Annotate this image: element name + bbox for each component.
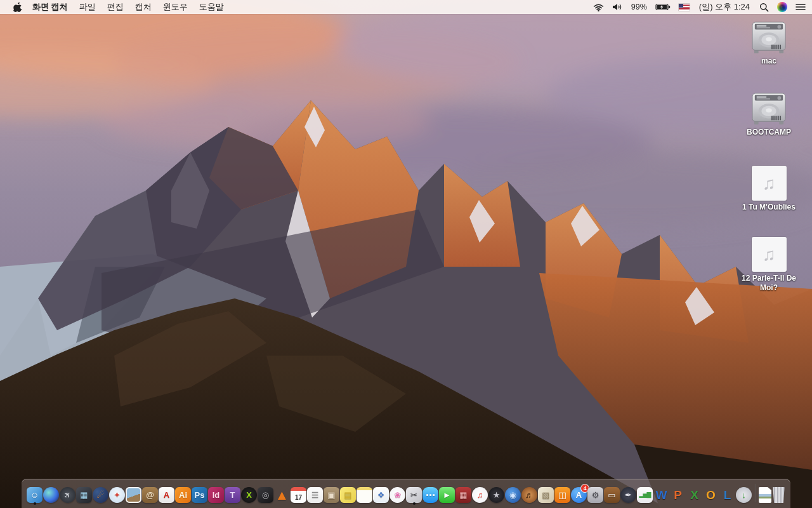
dock-photo-booth[interactable]: ▦ <box>455 487 471 505</box>
dock-disk-tool[interactable]: ◎ <box>258 487 273 505</box>
dock-stuffit-expander[interactable]: ▣ <box>324 487 339 505</box>
dock-preview[interactable] <box>126 487 141 505</box>
dock-imovie[interactable]: ★ <box>488 487 504 505</box>
dock-document-templates[interactable]: ❖ <box>373 487 389 505</box>
disk-tool-icon: ◎ <box>258 487 273 503</box>
dock-system-preferences[interactable]: ⚙ <box>587 487 603 505</box>
illustrator-icon: Ai <box>175 487 191 503</box>
battery-charging-icon[interactable] <box>655 3 671 11</box>
messages-icon: ⋯ <box>422 487 438 503</box>
dock-image-file[interactable] <box>759 487 771 505</box>
dock-calendar[interactable]: 17 <box>291 487 306 505</box>
menu-도움말[interactable]: 도움말 <box>199 1 224 13</box>
battery-percent: 99% <box>631 3 647 11</box>
dock-acrobat[interactable]: A <box>159 487 174 505</box>
document-connection-icon: ↓ <box>736 487 752 503</box>
dock-mission-control[interactable]: ▦ <box>76 487 92 505</box>
numbers-icon: ▂▅▇ <box>637 487 653 503</box>
audio-file-icon: ♫ <box>752 166 787 201</box>
volume-icon[interactable] <box>612 3 623 11</box>
dock-photos[interactable]: ❀ <box>390 487 405 505</box>
trash-icon <box>772 487 785 503</box>
dock-garageband[interactable]: ♬ <box>521 487 537 505</box>
dock-facetime[interactable]: ► <box>439 487 455 505</box>
keynote-icon: ▭ <box>604 487 620 503</box>
image-file-icon <box>759 487 771 503</box>
dock-notes[interactable] <box>357 487 372 505</box>
dock-excel[interactable]: X <box>686 487 702 505</box>
excel-icon: X <box>686 487 702 503</box>
dock-firefox[interactable]: ☄ <box>93 487 108 505</box>
running-indicator <box>34 502 36 505</box>
desktop-icons: mac BOOTCAMP♫1 Tu M'Oublies♫12 Parle-T-I… <box>735 22 803 306</box>
dock-vlc[interactable]: ▲ <box>274 487 290 505</box>
acrobat-icon: A <box>159 487 174 503</box>
dock-document-connection[interactable]: ↓ <box>736 487 752 505</box>
grab-icon: ✂ <box>406 487 422 503</box>
spotlight-search-icon[interactable] <box>759 3 769 12</box>
dock-iweb[interactable]: ▧ <box>538 487 554 505</box>
desktop-icon-song-12[interactable]: ♫12 Parle-T-Il De Moi? <box>735 235 803 306</box>
photos-icon: ❀ <box>390 487 405 503</box>
iweb-icon: ▧ <box>538 487 554 503</box>
music-note-glyph: ♫ <box>763 244 776 265</box>
dock-siri[interactable] <box>43 487 59 505</box>
stuffit-expander-icon: ▣ <box>324 487 339 503</box>
dock-stickies[interactable]: ▤ <box>340 487 356 505</box>
dock-itunes[interactable]: ♫ <box>472 487 488 505</box>
dock-finder[interactable]: ☺ <box>27 487 43 505</box>
dock-photoshop[interactable]: Ps <box>192 487 207 505</box>
outlook-icon: O <box>703 487 719 503</box>
dock-idvd[interactable]: ◉ <box>505 487 521 505</box>
menu-편집[interactable]: 편집 <box>107 1 124 13</box>
dock-toast-titanium[interactable]: T <box>225 487 240 505</box>
wifi-icon[interactable] <box>593 3 604 11</box>
music-note-glyph: ♫ <box>763 173 776 194</box>
desktop-icon-song-1[interactable]: ♫1 Tu M'Oublies <box>735 164 803 235</box>
apple-logo-icon <box>13 3 22 12</box>
dock-outlook[interactable]: O <box>703 487 719 505</box>
dock-keynote[interactable]: ▭ <box>604 487 620 505</box>
dock-word[interactable]: W <box>653 487 669 505</box>
dock-trash[interactable] <box>772 487 785 505</box>
menu-bar-clock[interactable]: (일) 오후 1:24 <box>699 1 750 13</box>
apple-menu[interactable] <box>10 3 24 12</box>
notification-center-icon[interactable] <box>796 3 806 11</box>
dock-illustrator[interactable]: Ai <box>175 487 191 505</box>
pages-icon: ✒ <box>620 487 636 503</box>
safari-icon: ✦ <box>109 487 125 503</box>
dock-reminders[interactable]: ☰ <box>307 487 323 505</box>
dock-video-converter-x[interactable]: X <box>241 487 257 505</box>
dock-launchpad[interactable]: ✈ <box>60 487 75 505</box>
reminders-icon: ☰ <box>307 487 323 503</box>
desktop: 화면 캡처 파일편집캡처윈도우도움말 99% <box>0 0 812 508</box>
menu-파일[interactable]: 파일 <box>79 1 96 13</box>
idvd-icon: ◉ <box>505 487 521 503</box>
dock-ibooks[interactable]: ◫ <box>554 487 570 505</box>
input-source-us-flag-icon[interactable] <box>679 4 690 11</box>
imovie-icon: ★ <box>488 487 504 503</box>
powerpoint-icon: P <box>670 487 686 503</box>
photoshop-icon: Ps <box>192 487 207 503</box>
lync-icon: L <box>719 487 735 503</box>
active-app-name[interactable]: 화면 캡처 <box>32 1 68 13</box>
dock-messages[interactable]: ⋯ <box>422 487 438 505</box>
dock-safari[interactable]: ✦ <box>109 487 125 505</box>
dock-separator <box>755 484 756 502</box>
dock-pages[interactable]: ✒ <box>620 487 636 505</box>
dock-contacts[interactable]: @ <box>142 487 158 505</box>
dock-indesign[interactable]: Id <box>208 487 224 505</box>
mission-control-icon: ▦ <box>76 487 92 503</box>
word-icon: W <box>653 487 669 503</box>
menu-윈도우[interactable]: 윈도우 <box>163 1 188 13</box>
dock-numbers[interactable]: ▂▅▇ <box>637 487 653 505</box>
dock-app-store[interactable]: A4 <box>571 487 587 505</box>
desktop-icon-label: mac <box>761 57 776 66</box>
siri-menu-icon[interactable] <box>777 2 787 12</box>
menu-캡처[interactable]: 캡처 <box>135 1 152 13</box>
dock-lync[interactable]: L <box>719 487 735 505</box>
dock-grab[interactable]: ✂ <box>406 487 422 505</box>
desktop-icon-mac[interactable]: mac <box>735 22 803 93</box>
desktop-icon-bootcamp[interactable]: BOOTCAMP <box>735 93 803 164</box>
dock-powerpoint[interactable]: P <box>670 487 686 505</box>
